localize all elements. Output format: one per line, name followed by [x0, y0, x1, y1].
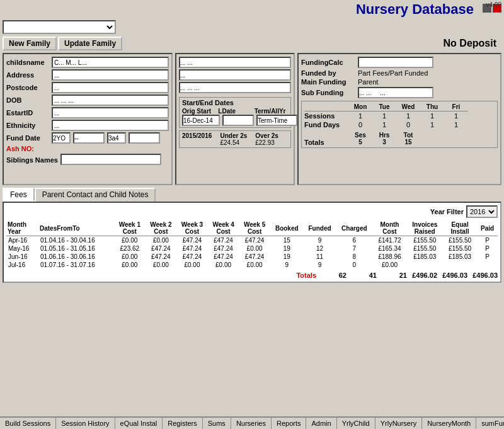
cell-3-1: 01.07.16 - 31.07.16 [38, 261, 114, 269]
update-family-button[interactable]: Update Family [58, 37, 122, 50]
year-filter-select[interactable]: 2016 2015 2014 [466, 205, 498, 218]
mid-input-2[interactable] [179, 69, 291, 81]
main-funding-row: Main Funding Parent [301, 78, 498, 86]
bottom-tab-equal-instal[interactable]: eQual Instal [115, 418, 163, 429]
cell-2-7: 19 [270, 253, 304, 261]
postcode-input[interactable] [52, 82, 169, 93]
dates-header: Orig Start LDate Term/AllYr [182, 108, 288, 115]
cell-0-9: 6 [336, 236, 373, 245]
col-booked: Booked [270, 220, 304, 236]
estartid-input[interactable] [52, 107, 169, 118]
dates-row [182, 115, 288, 126]
rates-section: 2015/2016 Under 2s Over 2s £24.54 £22.93 [179, 130, 291, 148]
fund-date-row: Fund Date 2YO 3a4 [6, 132, 169, 144]
bottom-tab-sumfund[interactable]: sumFund [476, 418, 504, 429]
sub-funding-input[interactable] [358, 87, 433, 98]
col-equal: EqualInstall [443, 220, 478, 236]
no-deposit-label: No Deposit [444, 38, 501, 49]
dob-row: DOB [6, 94, 169, 106]
funding-calc-input[interactable] [358, 57, 433, 68]
cell-0-1: 01.04.16 - 30.04.16 [38, 236, 114, 245]
term-input[interactable] [256, 115, 297, 126]
ash-no-row: Ash NO: [6, 145, 169, 152]
fund-date-input3[interactable]: 3a4 [107, 132, 126, 144]
cell-3-2: £0.00 [114, 261, 146, 269]
col-week5: Week 5Cost [239, 220, 270, 236]
bottom-tab-nurseries[interactable]: Nurseries [231, 418, 272, 429]
table-row: Apr-1601.04.16 - 30.04.16£0.00£0.00£47.2… [6, 236, 498, 245]
orig-start-header: Orig Start [182, 108, 215, 115]
siblings-row: Siblings Names [6, 154, 169, 165]
estartid-label: EstartID [6, 109, 52, 117]
bottom-tab-build-sessions[interactable]: Build Sessions [0, 418, 56, 429]
funded-by-row: Funded by Part Fees/Part Funded [301, 69, 498, 77]
bottom-tabs: Build SessionsSession HistoryeQual Insta… [0, 416, 504, 429]
year-filter-label: Year Filter [430, 208, 464, 215]
cell-0-11: £155.50 [407, 236, 443, 245]
cell-0-12: £155.50 [443, 236, 478, 245]
col-charged: Charged [336, 220, 373, 236]
total-equal: £496.03 [472, 272, 498, 279]
mid-input-1[interactable] [179, 57, 291, 68]
cell-0-4: £47.24 [176, 236, 208, 245]
mid-input-3[interactable] [179, 82, 291, 93]
cell-1-0: May-16 [6, 244, 38, 253]
tue-header: Tue [372, 103, 396, 112]
ldate-input[interactable] [222, 115, 254, 126]
fee-table: MonthYear DatesFromTo Week 1Cost Week 2C… [6, 220, 498, 269]
dates-title: Start/End Dates [182, 99, 288, 106]
main-funding-val: Parent [358, 78, 378, 86]
sub-funding-row: Sub Funding [301, 87, 498, 98]
cell-3-7: 9 [270, 261, 304, 269]
cell-2-8: 11 [304, 253, 336, 261]
childsname-label: childsname [6, 59, 52, 66]
grid-header-row: Mon Tue Wed Thu Fri [304, 103, 495, 112]
fee-section: Year Filter 2016 2015 2014 MonthYear Dat… [3, 202, 501, 283]
cell-3-13 [477, 261, 498, 269]
over2s-label: Over 2s [255, 132, 288, 139]
dob-input[interactable] [52, 94, 169, 106]
bottom-tab-reports[interactable]: Reports [272, 418, 307, 429]
bottom-tab-sums[interactable]: Sums [203, 418, 231, 429]
address-input[interactable] [52, 69, 169, 81]
cell-3-9: 0 [336, 261, 373, 269]
cell-2-3: £47.24 [146, 253, 177, 261]
notes-tab[interactable]: Parent Contact and Child Notes [35, 188, 156, 202]
title-bar: v4.00 Nursery Database [0, 0, 504, 19]
rates-year-val [182, 139, 217, 146]
bottom-tab-admin[interactable]: Admin [306, 418, 336, 429]
estartid-row: EstartID [6, 107, 169, 118]
cell-0-10: £141.72 [372, 236, 407, 245]
bottom-tab-session-history[interactable]: Session History [56, 418, 115, 429]
family-dropdown[interactable] [3, 20, 116, 34]
fund-date-input4[interactable] [129, 132, 160, 144]
rates-year-label: 2015/2016 [182, 132, 217, 139]
cell-0-13: P [477, 236, 498, 245]
bottom-tab-nurserymonth[interactable]: NurseryMonth [422, 418, 476, 429]
cell-1-2: £23.62 [114, 244, 146, 253]
fee-table-header: MonthYear DatesFromTo Week 1Cost Week 2C… [6, 220, 498, 236]
ethnicity-label: Ethnicity [6, 122, 52, 129]
ethnicity-input[interactable] [52, 120, 169, 131]
new-family-button[interactable]: New Family [3, 37, 57, 50]
fund-date-input2[interactable] [73, 132, 105, 144]
address-row: Address [6, 69, 169, 81]
fund-date-input1[interactable]: 2YO [52, 132, 71, 144]
sub-funding-label: Sub Funding [301, 89, 358, 96]
childsname-input[interactable] [52, 57, 169, 68]
col-paid: Paid [477, 220, 498, 236]
bottom-tab-yrlynursery[interactable]: YrlyNursery [375, 418, 422, 429]
cell-0-2: £0.00 [114, 236, 146, 245]
cell-0-5: £47.24 [208, 236, 239, 245]
orig-start-input[interactable] [182, 115, 220, 126]
totals-fee-label: Totals [296, 272, 316, 279]
totals-ses: 5 [348, 139, 372, 146]
siblings-input[interactable] [60, 154, 161, 165]
bottom-tab-registers[interactable]: Registers [163, 418, 202, 429]
bottom-tab-yrlychild[interactable]: YrlyChild [337, 418, 375, 429]
sessions-tue: 1 [372, 112, 396, 120]
fund-date-label: Fund Date [6, 134, 52, 142]
cell-3-3: £0.00 [146, 261, 177, 269]
fees-tab[interactable]: Fees [3, 188, 35, 202]
cell-1-11: £155.50 [407, 244, 443, 253]
